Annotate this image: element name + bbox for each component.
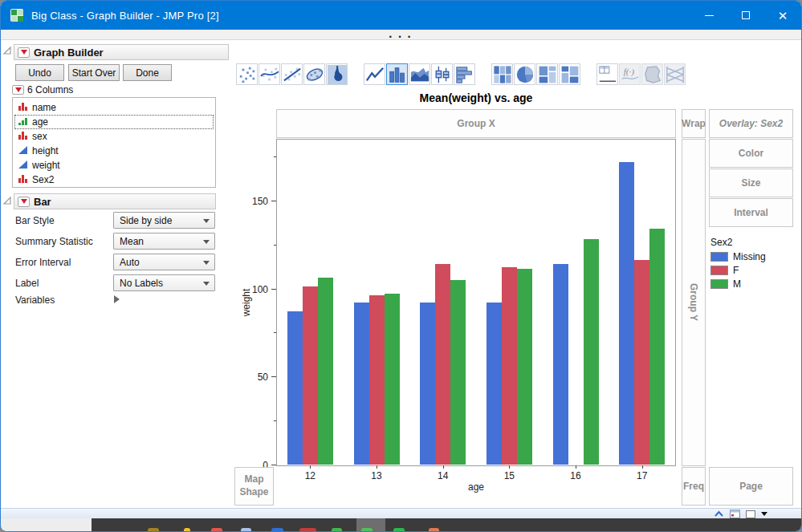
line-chart-icon[interactable]: [364, 63, 385, 85]
y-axis-minor-tick: [274, 420, 276, 421]
caption-box-chart-icon[interactable]: [596, 63, 618, 85]
taskbar-app-3-icon[interactable]: [211, 528, 222, 532]
collapse-triangle-icon[interactable]: [2, 46, 12, 55]
y-axis-tick: [271, 465, 276, 465]
freq-dropzone[interactable]: Freq: [682, 467, 706, 506]
columns-red-triangle-icon[interactable]: [12, 85, 24, 95]
jmp-graph-builder-window: Big Class - Graph Builder - JMP Pro [2] …: [0, 0, 802, 532]
columns-header: 6 Columns: [27, 84, 73, 95]
group-y-dropzone[interactable]: Group Y: [682, 139, 706, 466]
column-item-age[interactable]: age: [14, 115, 214, 129]
legend-item-m[interactable]: M: [710, 278, 799, 290]
title-bar: Big Class - Graph Builder - JMP Pro [2] …: [1, 1, 801, 30]
undo-button[interactable]: Undo: [15, 64, 64, 81]
bar-missing-age-12[interactable]: [287, 311, 303, 465]
column-item-sex[interactable]: sex: [14, 129, 214, 144]
legend-items: MissingFM: [710, 251, 799, 290]
bar-m-age-17[interactable]: [649, 229, 665, 465]
color-dropzone[interactable]: Color: [709, 139, 793, 168]
taskbar-app-4-icon[interactable]: [241, 528, 251, 532]
bar-f-age-14[interactable]: [435, 264, 450, 465]
collapse-triangle-icon[interactable]: [2, 196, 12, 205]
contour-chart-icon[interactable]: [326, 63, 348, 85]
bar-section-header[interactable]: Bar: [14, 193, 216, 209]
taskbar-app-9-icon[interactable]: [393, 528, 405, 532]
pie-chart-icon[interactable]: [514, 63, 535, 85]
chevron-down-icon: [203, 261, 210, 265]
legend-item-f[interactable]: F: [710, 265, 799, 276]
summary-statistic-dropdown[interactable]: Mean: [113, 233, 215, 250]
bar-style-dropdown[interactable]: Side by side: [113, 212, 215, 229]
page-dropzone[interactable]: Page: [709, 467, 793, 506]
close-button[interactable]: ✕: [764, 1, 801, 30]
column-item-height[interactable]: height: [14, 144, 214, 158]
interval-dropzone[interactable]: Interval: [709, 198, 793, 227]
bar-missing-age-14[interactable]: [420, 303, 435, 465]
done-button[interactable]: Done: [123, 64, 172, 81]
bar-chart-icon[interactable]: [386, 63, 408, 85]
size-dropzone[interactable]: Size: [709, 169, 793, 197]
mosaic-chart-icon[interactable]: [559, 63, 580, 85]
column-item-weight[interactable]: weight: [14, 158, 214, 173]
x-axis-tick: [576, 465, 576, 469]
bar-m-age-13[interactable]: [385, 294, 400, 465]
red-triangle-menu-icon[interactable]: [18, 47, 30, 58]
taskbar-app-5-icon[interactable]: [271, 528, 283, 532]
bar-missing-age-15[interactable]: [486, 303, 502, 465]
taskbar-app-7-icon[interactable]: [332, 528, 342, 532]
column-item-Sex2[interactable]: Sex2: [14, 173, 214, 187]
legend-item-missing[interactable]: Missing: [710, 251, 799, 262]
bar-m-age-15[interactable]: [517, 269, 532, 465]
plot-area[interactable]: 050100150121314151617: [276, 139, 676, 466]
legend-swatch: [710, 252, 728, 262]
wrap-dropzone[interactable]: Wrap: [682, 109, 706, 138]
box-plot-chart-icon[interactable]: [431, 63, 453, 85]
error-interval-dropdown[interactable]: Auto: [113, 254, 215, 270]
treemap-chart-icon[interactable]: [536, 63, 558, 85]
line-of-fit-chart-icon[interactable]: [281, 63, 303, 85]
ribbon-overflow-strip[interactable]: • • •: [1, 30, 801, 40]
scatter-chart-icon[interactable]: [236, 63, 258, 85]
close-icon: ✕: [778, 10, 788, 22]
bar-missing-age-16[interactable]: [553, 264, 568, 465]
bar-red-triangle-icon[interactable]: [18, 197, 30, 207]
x-axis-tick: [509, 465, 510, 469]
status-menu-arrow-icon[interactable]: [761, 512, 767, 516]
variables-expander-icon[interactable]: [114, 295, 120, 303]
taskbar-app-1-icon[interactable]: [148, 528, 159, 532]
ellipse-chart-icon[interactable]: [303, 63, 325, 85]
data-table-icon[interactable]: [730, 510, 740, 518]
continuous-column-icon: [18, 144, 28, 157]
overlay-dropzone[interactable]: Overlay: Sex2: [709, 109, 793, 138]
bar-m-age-12[interactable]: [318, 278, 333, 465]
heatmap-chart-icon[interactable]: [491, 63, 513, 85]
window-list-box-icon[interactable]: [746, 510, 755, 518]
smoother-chart-icon[interactable]: [259, 63, 280, 85]
legend: Sex2 MissingFM: [710, 237, 799, 292]
graph-builder-header[interactable]: Graph Builder: [14, 44, 229, 60]
minimize-button[interactable]: [690, 1, 727, 30]
map-shape-dropzone[interactable]: Map Shape: [234, 467, 274, 506]
label-dropdown[interactable]: No Labels: [113, 274, 215, 291]
bar-missing-age-13[interactable]: [354, 303, 369, 465]
nominal-column-icon: [18, 173, 28, 186]
taskbar-app-10-icon[interactable]: [429, 528, 439, 532]
bar-f-age-15[interactable]: [502, 267, 517, 465]
bar-missing-age-17[interactable]: [619, 162, 634, 465]
taskbar-app-6-icon[interactable]: [299, 528, 316, 532]
bar-f-age-12[interactable]: [303, 286, 318, 465]
histogram-chart-icon[interactable]: [454, 63, 475, 85]
bar-m-age-14[interactable]: [450, 280, 466, 465]
group-x-dropzone[interactable]: Group X: [276, 109, 676, 138]
collapse-panel-icon[interactable]: [714, 510, 724, 518]
maximize-button[interactable]: [727, 1, 764, 30]
start-over-button[interactable]: Start Over: [68, 64, 120, 81]
bar-m-age-16[interactable]: [584, 239, 599, 465]
chart-title: Mean(weight) vs. age: [276, 91, 676, 104]
bar-f-age-13[interactable]: [369, 295, 385, 465]
bar-f-age-17[interactable]: [634, 260, 649, 465]
taskbar-app-8-icon[interactable]: [361, 528, 373, 532]
column-item-name[interactable]: name: [14, 100, 214, 115]
area-chart-icon[interactable]: [409, 63, 430, 85]
taskbar-app-2-icon[interactable]: [184, 528, 190, 532]
